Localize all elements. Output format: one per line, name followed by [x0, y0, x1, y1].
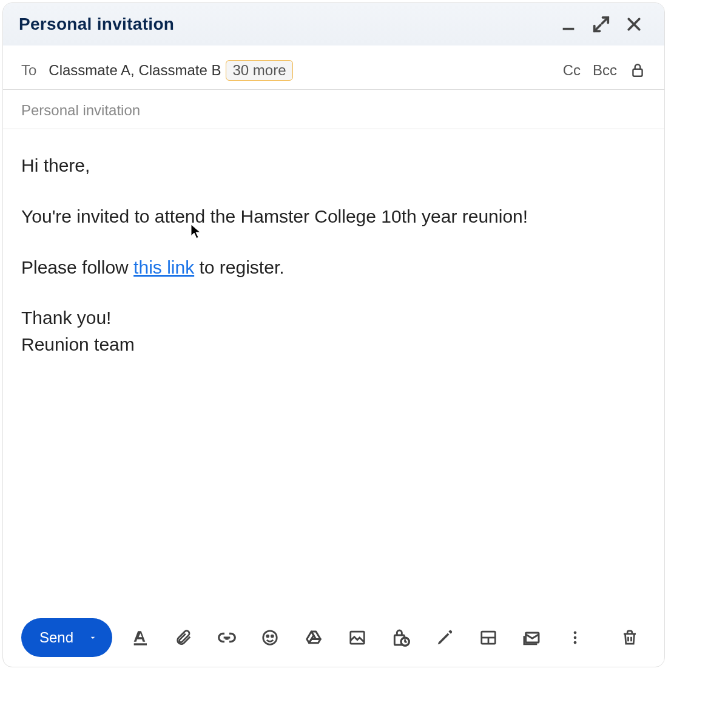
cc-button[interactable]: Cc — [563, 62, 581, 79]
subject-field[interactable]: Personal invitation — [3, 90, 664, 129]
caret-down-icon — [88, 633, 98, 642]
svg-rect-2 — [134, 643, 147, 645]
confidential-mode-button[interactable] — [387, 623, 415, 652]
recipients-row[interactable]: To Classmate A, Classmate B 30 more Cc B… — [3, 46, 664, 90]
body-line-1: You're invited to attend the Hamster Col… — [21, 203, 646, 230]
drive-icon — [305, 629, 323, 647]
svg-point-5 — [267, 635, 269, 637]
more-recipients-chip[interactable]: 30 more — [226, 60, 292, 81]
layout-icon — [479, 629, 497, 647]
insert-link-button[interactable] — [213, 623, 241, 652]
more-options-button[interactable] — [561, 623, 589, 652]
image-icon — [348, 629, 366, 647]
text-format-icon — [130, 628, 149, 647]
emoji-icon — [261, 629, 279, 647]
minimize-icon — [560, 16, 577, 33]
svg-point-16 — [574, 636, 577, 639]
signature-button[interactable] — [431, 623, 459, 652]
layout-button[interactable] — [474, 623, 502, 652]
pen-icon — [436, 629, 454, 647]
svg-rect-0 — [563, 28, 575, 30]
close-icon — [625, 15, 643, 33]
attach-button[interactable] — [169, 623, 197, 652]
to-label: To — [21, 62, 36, 79]
send-options-button[interactable] — [84, 629, 101, 646]
send-button[interactable]: Send — [21, 618, 112, 657]
more-vert-icon — [567, 629, 584, 646]
mail-icon — [522, 628, 541, 647]
attachment-icon — [174, 629, 192, 647]
compose-toolbar: Send — [3, 608, 664, 667]
compose-window: Personal invitation To Classmate A, Clas… — [2, 2, 665, 667]
discard-button[interactable] — [616, 623, 644, 652]
link-icon — [217, 628, 237, 647]
fullscreen-icon — [592, 15, 610, 33]
minimize-button[interactable] — [554, 10, 583, 39]
svg-point-17 — [574, 641, 577, 644]
emoji-button[interactable] — [257, 623, 285, 652]
recipient-names: Classmate A, Classmate B — [49, 62, 221, 79]
svg-point-4 — [263, 631, 277, 645]
encryption-button[interactable] — [629, 62, 646, 79]
bcc-button[interactable]: Bcc — [593, 62, 617, 79]
confidential-mode-icon — [391, 628, 411, 647]
body-signature: Reunion team — [21, 331, 646, 358]
trash-icon — [621, 629, 639, 647]
text-format-button[interactable] — [126, 623, 153, 652]
body-line-2: Please follow this link to register. — [21, 254, 646, 281]
insert-image-button[interactable] — [343, 623, 371, 652]
message-body[interactable]: Hi there, You're invited to attend the H… — [3, 129, 664, 608]
body-line2-pre: Please follow — [21, 257, 133, 277]
svg-point-15 — [574, 632, 577, 635]
body-thanks: Thank you! — [21, 305, 646, 331]
register-link[interactable]: this link — [133, 257, 194, 277]
drive-button[interactable] — [300, 623, 328, 652]
lock-icon — [630, 62, 645, 78]
svg-rect-1 — [633, 69, 642, 76]
window-title: Personal invitation — [19, 15, 550, 34]
svg-point-6 — [272, 635, 274, 637]
body-greeting: Hi there, — [21, 152, 646, 179]
recipient-chips[interactable]: Classmate A, Classmate B 30 more — [49, 60, 550, 81]
fullscreen-button[interactable] — [587, 10, 616, 39]
send-label: Send — [39, 629, 73, 646]
close-button[interactable] — [619, 10, 649, 39]
mail-button[interactable] — [518, 623, 546, 652]
titlebar: Personal invitation — [3, 3, 664, 46]
body-line2-post: to register. — [194, 257, 284, 277]
